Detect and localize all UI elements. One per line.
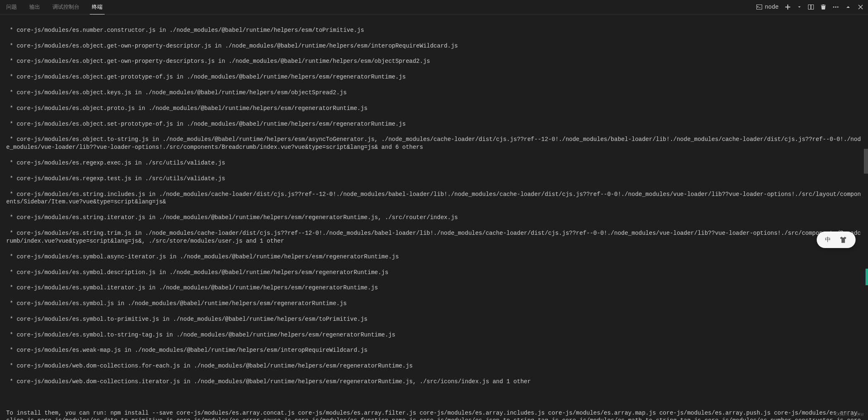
- terminal-toolbar: node: [756, 4, 864, 10]
- output-line: * core-js/modules/es.number.constructor.…: [6, 26, 862, 34]
- output-line: * core-js/modules/es.string.trim.js in .…: [6, 229, 862, 245]
- output-line: * core-js/modules/es.regexp.test.js in .…: [6, 175, 862, 183]
- close-panel-icon[interactable]: [857, 4, 864, 10]
- output-line: * core-js/modules/es.object.to-string.js…: [6, 136, 862, 151]
- scrollbar-thumb[interactable]: [864, 149, 868, 174]
- output-line: * core-js/modules/web.dom-collections.it…: [6, 378, 862, 386]
- scroll-indicator: [866, 269, 868, 285]
- output-line: * core-js/modules/web.dom-collections.fo…: [6, 362, 862, 370]
- output-line: * core-js/modules/es.symbol.to-string-ta…: [6, 331, 862, 339]
- tab-output[interactable]: 输出: [27, 0, 42, 14]
- svg-point-2: [837, 7, 839, 8]
- output-line: * core-js/modules/es.symbol.async-iterat…: [6, 253, 862, 261]
- watermark: CSDN @水w: [835, 411, 864, 418]
- trash-icon[interactable]: [820, 4, 827, 10]
- shell-selector[interactable]: node: [756, 4, 779, 10]
- output-line: * core-js/modules/es.symbol.description.…: [6, 269, 862, 277]
- tab-problems[interactable]: 问题: [4, 0, 19, 14]
- terminal-output[interactable]: * core-js/modules/es.number.constructor.…: [0, 14, 868, 420]
- shirt-icon[interactable]: [839, 236, 847, 244]
- install-hint: To install them, you can run: npm instal…: [6, 409, 862, 420]
- tab-debug-console[interactable]: 调试控制台: [50, 0, 81, 14]
- output-line: * core-js/modules/es.weak-map.js in ./no…: [6, 346, 862, 354]
- more-icon[interactable]: [832, 4, 839, 10]
- output-line: * core-js/modules/es.string.iterator.js …: [6, 214, 862, 222]
- svg-point-1: [835, 7, 837, 8]
- output-line: * core-js/modules/es.object.get-prototyp…: [6, 73, 862, 81]
- output-line: * core-js/modules/es.string.includes.js …: [6, 191, 862, 206]
- tab-terminal[interactable]: 终端: [90, 0, 105, 14]
- maximize-icon[interactable]: [845, 4, 851, 10]
- panel-tabs: 问题 输出 调试控制台 终端: [4, 0, 756, 14]
- output-line: * core-js/modules/es.object.get-own-prop…: [6, 57, 862, 65]
- split-terminal-icon[interactable]: [808, 4, 814, 10]
- output-line: * core-js/modules/es.regexp.exec.js in .…: [6, 159, 862, 167]
- ime-floating-widget[interactable]: 中: [817, 231, 856, 248]
- output-line: * core-js/modules/es.symbol.iterator.js …: [6, 284, 862, 292]
- svg-point-0: [833, 7, 835, 8]
- output-line: * core-js/modules/es.object.proto.js in …: [6, 105, 862, 112]
- output-line: * core-js/modules/es.object.get-own-prop…: [6, 42, 862, 50]
- new-terminal-icon[interactable]: [784, 4, 791, 10]
- shell-label: node: [765, 4, 779, 10]
- output-line: * core-js/modules/es.symbol.to-primitive…: [6, 315, 862, 323]
- chevron-down-icon[interactable]: [797, 5, 802, 10]
- panel-tab-bar: 问题 输出 调试控制台 终端 node: [0, 0, 868, 14]
- ime-mode-label: 中: [825, 236, 831, 243]
- output-line: * core-js/modules/es.object.keys.js in .…: [6, 89, 862, 97]
- terminal-icon: [756, 4, 763, 10]
- output-line: * core-js/modules/es.symbol.js in ./node…: [6, 300, 862, 308]
- output-line: * core-js/modules/es.object.set-prototyp…: [6, 120, 862, 128]
